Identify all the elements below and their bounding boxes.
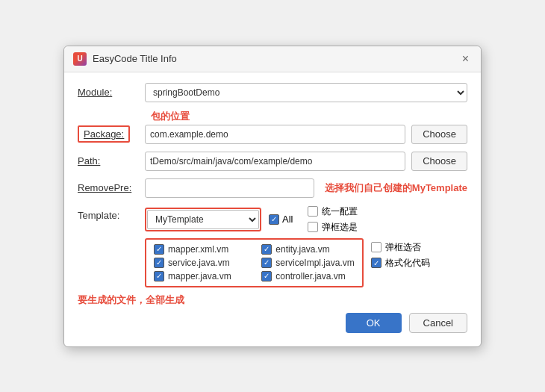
files-and-options: ✓ mapper.xml.vm ✓ entity.java.vm ✓ servi…: [145, 238, 467, 287]
template-section: Template: MyTemplateDefault ✓ All: [78, 205, 467, 287]
files-grid: ✓ mapper.xml.vm ✓ entity.java.vm ✓ servi…: [145, 238, 364, 287]
format-code-checkbox[interactable]: ✓: [371, 258, 382, 268]
service-checkbox[interactable]: ✓: [154, 258, 164, 268]
service-label: service.java.vm: [168, 258, 230, 268]
module-row: Module: springBootDemo: [78, 83, 467, 102]
path-row: Path: Choose: [78, 152, 467, 171]
path-choose-button[interactable]: Choose: [411, 152, 467, 171]
all-checkbox[interactable]: ✓: [269, 214, 279, 225]
removepre-label: RemovePre:: [78, 182, 145, 193]
path-label: Path:: [78, 155, 145, 167]
controller-checkbox[interactable]: ✓: [261, 271, 272, 281]
popup-no-checkbox[interactable]: [371, 242, 382, 252]
ok-button[interactable]: OK: [346, 313, 402, 333]
removepre-row: RemovePre: 选择我们自己创建的MyTemplate: [78, 178, 467, 198]
entity-checkbox[interactable]: ✓: [261, 244, 272, 255]
package-hint-text: 包的位置: [151, 111, 190, 122]
title-bar: U EasyCode Title Info ×: [64, 46, 481, 72]
right-panel: 统一配置 弹框选是: [308, 205, 358, 234]
template-label: Template:: [78, 205, 145, 221]
all-checkbox-group: ✓ All: [269, 214, 293, 225]
mapper-java-label: mapper.java.vm: [168, 271, 231, 281]
template-dropdown-wrapper: MyTemplateDefault: [145, 208, 261, 231]
dialog-footer: OK Cancel: [78, 313, 467, 336]
dialog-title: EasyCode Title Info: [93, 53, 177, 64]
file-row-mapper-java: ✓ mapper.java.vm: [154, 271, 246, 281]
file-row-controller: ✓ controller.java.vm: [261, 271, 354, 281]
service-impl-checkbox[interactable]: ✓: [261, 258, 272, 268]
removepre-input[interactable]: [145, 178, 314, 198]
popup-yes-label: 弹框选是: [322, 221, 358, 234]
template-select[interactable]: MyTemplateDefault: [147, 210, 259, 229]
title-bar-left: U EasyCode Title Info: [73, 52, 177, 66]
file-row-mapper-xml: ✓ mapper.xml.vm: [154, 244, 246, 255]
bottom-annotation: 要生成的文件，全部生成: [78, 293, 467, 307]
popup-no-row: 弹框选否: [371, 241, 430, 254]
unified-config-label: 统一配置: [322, 205, 358, 218]
file-row-service: ✓ service.java.vm: [154, 258, 246, 268]
entity-label: entity.java.vm: [275, 244, 329, 255]
popup-yes-checkbox[interactable]: [308, 222, 318, 232]
format-code-row: ✓ 格式化代码: [371, 257, 430, 270]
popup-no-label: 弹框选否: [385, 241, 421, 254]
package-input[interactable]: [145, 125, 405, 144]
module-select[interactable]: springBootDemo: [145, 83, 467, 102]
template-right: MyTemplateDefault ✓ All 统一配置: [145, 205, 467, 287]
extra-options: 弹框选否 ✓ 格式化代码: [371, 238, 430, 270]
mapper-java-checkbox[interactable]: ✓: [154, 271, 164, 281]
unified-config-checkbox[interactable]: [308, 206, 318, 217]
file-row-entity: ✓ entity.java.vm: [261, 244, 354, 255]
unified-config-row: 统一配置: [308, 205, 358, 218]
format-code-label: 格式化代码: [385, 257, 430, 270]
mapper-xml-label: mapper.xml.vm: [168, 244, 228, 255]
template-hint-text: 选择我们自己创建的MyTemplate: [325, 181, 467, 195]
package-label: Package:: [78, 128, 145, 140]
controller-label: controller.java.vm: [275, 271, 345, 281]
path-input[interactable]: [145, 152, 405, 171]
mapper-xml-checkbox[interactable]: ✓: [154, 244, 164, 255]
app-icon: U: [73, 52, 87, 66]
package-annotation: 包的位置: [145, 110, 467, 123]
module-label: Module:: [78, 87, 145, 98]
dialog-body: Module: springBootDemo 包的位置 Package: Cho…: [64, 72, 481, 346]
all-label: All: [282, 214, 293, 225]
popup-yes-row: 弹框选是: [308, 221, 358, 234]
service-impl-label: serviceImpl.java.vm: [275, 258, 354, 268]
file-row-service-impl: ✓ serviceImpl.java.vm: [261, 258, 354, 268]
package-row: Package: Choose: [78, 125, 467, 144]
dialog-window: U EasyCode Title Info × Module: springBo…: [63, 46, 482, 347]
package-choose-button[interactable]: Choose: [411, 125, 467, 144]
template-controls-row: MyTemplateDefault ✓ All 统一配置: [145, 205, 467, 234]
close-button[interactable]: ×: [459, 53, 472, 65]
cancel-button[interactable]: Cancel: [409, 313, 467, 333]
